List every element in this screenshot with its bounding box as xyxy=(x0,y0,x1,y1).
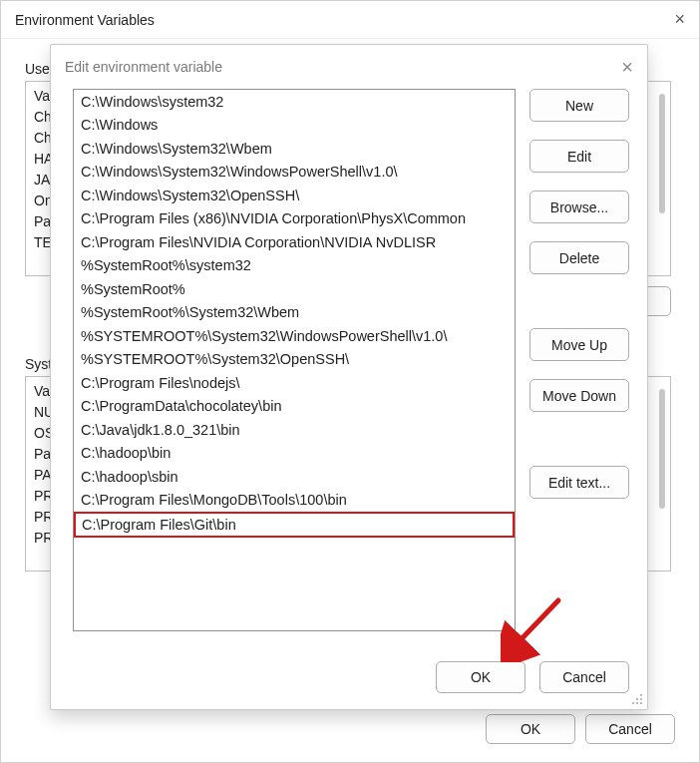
delete-button[interactable]: Delete xyxy=(529,241,629,274)
scrollbar-thumb[interactable] xyxy=(659,389,665,509)
path-entry[interactable]: C:\Program Files\MongoDB\Tools\100\bin xyxy=(74,489,515,513)
browse-button[interactable]: Browse... xyxy=(529,191,629,223)
env-dialog-titlebar: Environment Variables × xyxy=(1,1,699,39)
modal-ok-button[interactable]: OK xyxy=(436,661,525,693)
move-up-button[interactable]: Move Up xyxy=(529,328,629,361)
modal-titlebar: Edit environment variable × xyxy=(51,45,647,89)
env-cancel-button[interactable]: Cancel xyxy=(585,714,675,744)
path-entry[interactable]: C:\Program Files (x86)\NVIDIA Corporatio… xyxy=(74,207,515,231)
edit-text-button[interactable]: Edit text... xyxy=(529,466,629,499)
path-entry[interactable]: C:\Program Files\NVIDIA Corporation\NVID… xyxy=(74,230,515,254)
path-entry[interactable]: C:\Program Files\Git\bin xyxy=(74,512,515,538)
path-entry[interactable]: %SystemRoot% xyxy=(74,277,515,301)
close-icon[interactable]: × xyxy=(674,9,685,30)
scrollbar-thumb[interactable] xyxy=(659,94,665,213)
path-entry[interactable]: C:\Program Files\nodejs\ xyxy=(74,371,515,395)
close-icon[interactable]: × xyxy=(621,56,633,79)
path-entry[interactable]: C:\Windows\system32 xyxy=(74,90,515,114)
edit-button[interactable]: Edit xyxy=(529,140,629,173)
path-entry[interactable]: C:\Windows\System32\Wbem xyxy=(74,137,515,161)
path-entry[interactable]: %SystemRoot%\System32\Wbem xyxy=(74,301,515,325)
path-entry[interactable]: %SYSTEMROOT%\System32\WindowsPowerShell\… xyxy=(74,324,515,348)
path-entry[interactable]: C:\ProgramData\chocolatey\bin xyxy=(74,395,515,419)
modal-cancel-button[interactable]: Cancel xyxy=(539,661,629,693)
path-entry[interactable]: C:\hadoop\bin xyxy=(74,442,515,466)
path-entry[interactable]: C:\Windows xyxy=(74,114,515,138)
path-entry[interactable]: C:\Windows\System32\OpenSSH\ xyxy=(74,184,515,207)
move-down-button[interactable]: Move Down xyxy=(529,379,629,412)
path-entries-listbox[interactable]: C:\Windows\system32C:\WindowsC:\Windows\… xyxy=(73,89,516,631)
new-button[interactable]: New xyxy=(529,89,629,122)
path-entry[interactable]: C:\Windows\System32\WindowsPowerShell\v1… xyxy=(74,161,515,185)
resize-grip-icon[interactable] xyxy=(631,693,643,705)
scrollbar[interactable] xyxy=(654,84,670,273)
env-ok-button[interactable]: OK xyxy=(486,714,575,744)
path-entry[interactable]: C:\hadoop\sbin xyxy=(74,465,515,489)
path-entry[interactable]: C:\Java\jdk1.8.0_321\bin xyxy=(74,418,515,442)
scrollbar[interactable] xyxy=(654,379,670,569)
path-entry[interactable]: %SystemRoot%\system32 xyxy=(74,254,515,278)
edit-env-variable-dialog: Edit environment variable × C:\Windows\s… xyxy=(50,44,648,710)
path-entry[interactable]: %SYSTEMROOT%\System32\OpenSSH\ xyxy=(74,348,515,372)
modal-title: Edit environment variable xyxy=(65,59,222,75)
env-dialog-title: Environment Variables xyxy=(15,12,155,28)
